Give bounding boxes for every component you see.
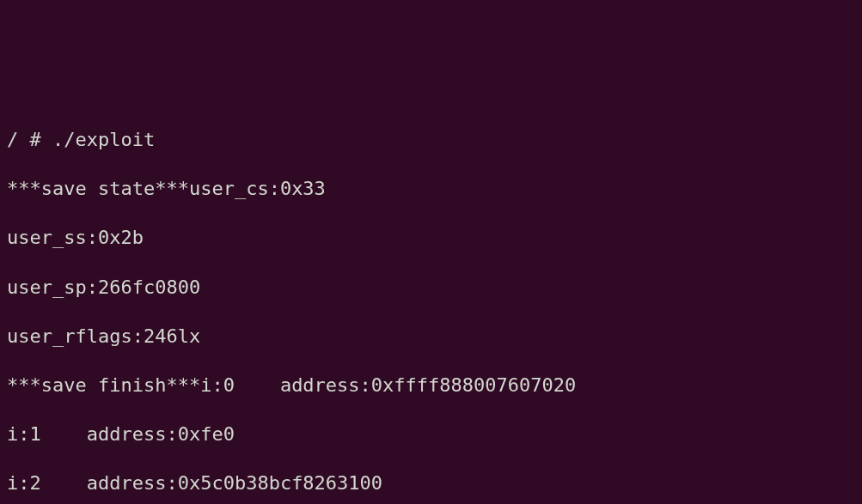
output-entry: i:2 address:0x5c0b38bcf8263100	[7, 471, 855, 496]
output-save-finish: ***save finish***i:0 address:0xffff88800…	[7, 373, 855, 398]
output-save-state: ***save state***user_cs:0x33	[7, 177, 855, 202]
output-user-rflags: user_rflags:246lx	[7, 325, 855, 349]
terminal-output[interactable]: / # ./exploit ***save state***user_cs:0x…	[7, 103, 855, 504]
output-user-ss: user_ss:0x2b	[7, 226, 855, 251]
prompt-command-line: / # ./exploit	[7, 128, 855, 153]
output-user-sp: user_sp:266fc0800	[7, 276, 855, 301]
output-entry: i:1 address:0xfe0	[7, 422, 855, 447]
